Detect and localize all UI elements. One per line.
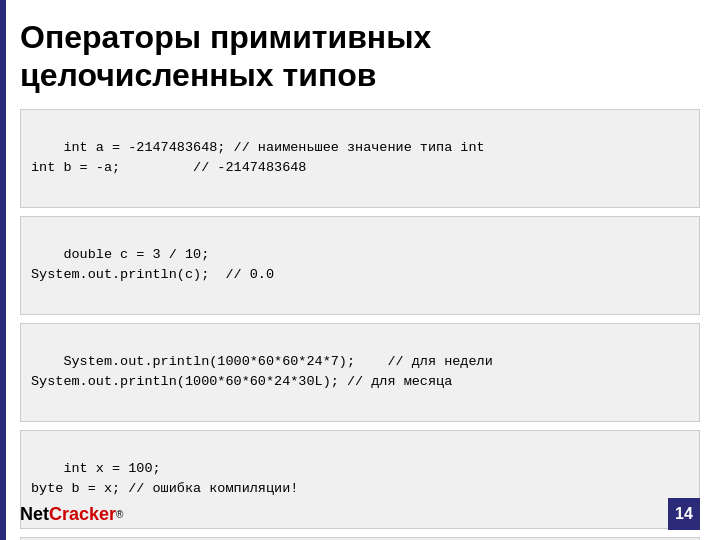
logo-cracker: Cracker bbox=[49, 504, 116, 525]
logo-net: Net bbox=[20, 504, 49, 525]
title-line1: Операторы примитивных bbox=[20, 19, 431, 55]
code-block-2-text: double c = 3 / 10; System.out.println(c)… bbox=[31, 247, 274, 282]
page-number: 14 bbox=[668, 498, 700, 530]
page: Операторы примитивных целочисленных типо… bbox=[0, 0, 720, 540]
code-block-2: double c = 3 / 10; System.out.println(c)… bbox=[20, 216, 700, 315]
code-block-4-text: int x = 100; byte b = x; // ошибка компи… bbox=[31, 461, 298, 496]
footer: NetCracker® 14 bbox=[0, 498, 720, 530]
code-block-3-text: System.out.println(1000*60*60*24*7); // … bbox=[31, 354, 493, 389]
logo-registered: ® bbox=[116, 509, 123, 520]
code-block-1: int a = -2147483648; // наименьшее значе… bbox=[20, 109, 700, 208]
page-title: Операторы примитивных целочисленных типо… bbox=[20, 18, 700, 95]
left-accent bbox=[0, 0, 6, 540]
code-block-3: System.out.println(1000*60*60*24*7); // … bbox=[20, 323, 700, 422]
title-line2: целочисленных типов bbox=[20, 57, 376, 93]
logo: NetCracker® bbox=[20, 504, 123, 525]
code-block-1-text: int a = -2147483648; // наименьшее значе… bbox=[31, 140, 485, 175]
